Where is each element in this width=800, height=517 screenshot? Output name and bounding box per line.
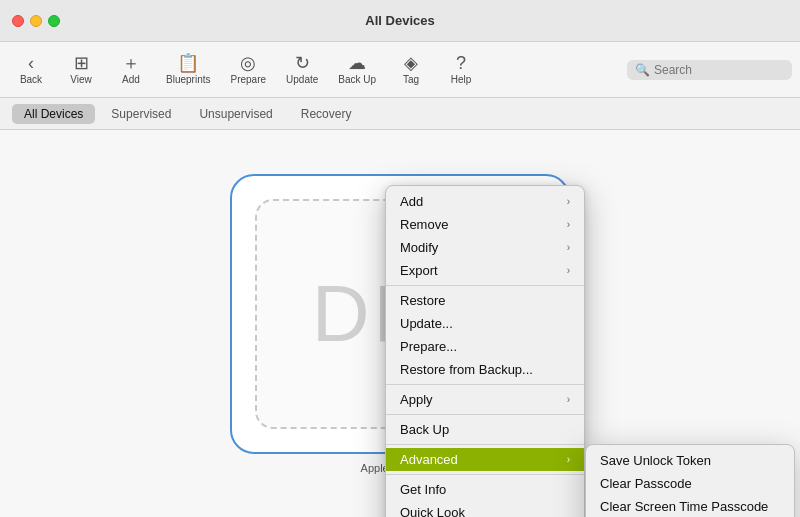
submenu-save-unlock[interactable]: Save Unlock Token [586, 449, 794, 472]
minimize-button[interactable] [30, 15, 42, 27]
menu-add[interactable]: Add › [386, 190, 584, 213]
menu-separator-2 [386, 384, 584, 385]
backup-label: Back Up [338, 74, 376, 85]
chevron-right-icon: › [567, 219, 570, 230]
maximize-button[interactable] [48, 15, 60, 27]
menu-separator-3 [386, 414, 584, 415]
tag-icon: ◈ [404, 54, 418, 72]
menu-export[interactable]: Export › [386, 259, 584, 282]
title-bar: All Devices [0, 0, 800, 42]
toolbar: ‹ Back ⊞ View ＋ Add 📋 Blueprints ◎ Prepa… [0, 42, 800, 98]
tab-all-devices[interactable]: All Devices [12, 104, 95, 124]
blueprints-icon: 📋 [177, 54, 199, 72]
chevron-right-icon: › [567, 265, 570, 276]
update-icon: ↻ [295, 54, 310, 72]
menu-backup[interactable]: Back Up [386, 418, 584, 441]
back-label: Back [20, 74, 42, 85]
toolbar-blueprints[interactable]: 📋 Blueprints [158, 50, 218, 89]
toolbar-help[interactable]: ? Help [438, 50, 484, 89]
advanced-submenu: Save Unlock Token Clear Passcode Clear S… [585, 444, 795, 517]
prepare-icon: ◎ [240, 54, 256, 72]
prepare-label: Prepare [230, 74, 266, 85]
toolbar-add[interactable]: ＋ Add [108, 50, 154, 89]
menu-restore[interactable]: Restore [386, 289, 584, 312]
context-menu: Add › Remove › Modify › Export › Restore… [385, 185, 585, 517]
search-bar[interactable]: 🔍 [627, 60, 792, 80]
window-title: All Devices [365, 13, 434, 28]
menu-advanced[interactable]: Advanced › [386, 448, 584, 471]
tab-recovery[interactable]: Recovery [289, 104, 364, 124]
toolbar-backup[interactable]: ☁ Back Up [330, 50, 384, 89]
back-icon: ‹ [28, 54, 34, 72]
tab-unsupervised[interactable]: Unsupervised [187, 104, 284, 124]
view-icon: ⊞ [74, 54, 89, 72]
add-label: Add [122, 74, 140, 85]
blueprints-label: Blueprints [166, 74, 210, 85]
menu-advanced-wrapper: Advanced › Save Unlock Token Clear Passc… [386, 448, 584, 471]
view-label: View [70, 74, 92, 85]
chevron-right-icon: › [567, 196, 570, 207]
toolbar-update[interactable]: ↻ Update [278, 50, 326, 89]
menu-separator [386, 285, 584, 286]
menu-separator-5 [386, 474, 584, 475]
toolbar-prepare[interactable]: ◎ Prepare [222, 50, 274, 89]
help-icon: ? [456, 54, 466, 72]
update-label: Update [286, 74, 318, 85]
chevron-right-icon: › [567, 454, 570, 465]
chevron-right-icon: › [567, 394, 570, 405]
help-label: Help [451, 74, 472, 85]
toolbar-tag[interactable]: ◈ Tag [388, 50, 434, 89]
menu-modify[interactable]: Modify › [386, 236, 584, 259]
menu-separator-4 [386, 444, 584, 445]
menu-apply[interactable]: Apply › [386, 388, 584, 411]
menu-restore-backup[interactable]: Restore from Backup... [386, 358, 584, 381]
search-input[interactable] [654, 63, 784, 77]
submenu-clear-screen-time[interactable]: Clear Screen Time Passcode [586, 495, 794, 517]
menu-remove[interactable]: Remove › [386, 213, 584, 236]
menu-update[interactable]: Update... [386, 312, 584, 335]
menu-quick-look[interactable]: Quick Look [386, 501, 584, 517]
tab-bar: All Devices Supervised Unsupervised Reco… [0, 98, 800, 130]
search-icon: 🔍 [635, 63, 650, 77]
add-icon: ＋ [122, 54, 140, 72]
traffic-lights [12, 15, 60, 27]
close-button[interactable] [12, 15, 24, 27]
main-content: DFU Apple Controller Add › Remove › Modi… [0, 130, 800, 517]
menu-get-info[interactable]: Get Info [386, 478, 584, 501]
toolbar-view[interactable]: ⊞ View [58, 50, 104, 89]
tag-label: Tag [403, 74, 419, 85]
chevron-right-icon: › [567, 242, 570, 253]
toolbar-back[interactable]: ‹ Back [8, 50, 54, 89]
backup-icon: ☁ [348, 54, 366, 72]
submenu-clear-passcode[interactable]: Clear Passcode [586, 472, 794, 495]
tab-supervised[interactable]: Supervised [99, 104, 183, 124]
menu-prepare[interactable]: Prepare... [386, 335, 584, 358]
